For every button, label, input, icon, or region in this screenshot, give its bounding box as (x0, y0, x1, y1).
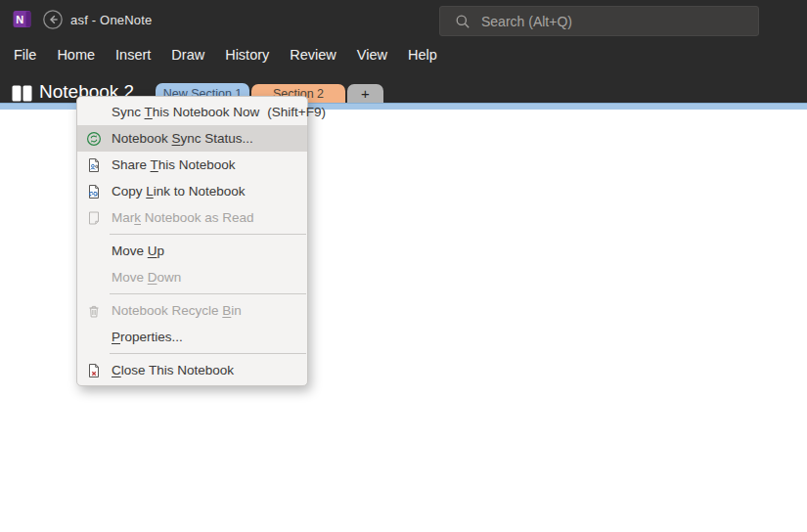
menu-item-label: Close This Notebook (112, 363, 234, 377)
menu-insert[interactable]: Insert (115, 47, 151, 63)
menu-separator (110, 353, 306, 354)
onenote-window: N asf - OneNote File Home Insert Draw Hi… (0, 0, 807, 532)
menu-item-label: Notebook Sync Status... (112, 131, 253, 146)
onenote-app-icon: N (13, 10, 31, 28)
mark-read-icon (86, 210, 102, 226)
menu-draw[interactable]: Draw (171, 47, 204, 63)
menu-item-move-down: Move Down (77, 264, 307, 290)
search-icon (455, 14, 471, 29)
menu-item-label: Move Up (112, 244, 164, 258)
menu-item-properties[interactable]: Properties... (77, 324, 307, 350)
menu-home[interactable]: Home (57, 47, 95, 63)
blank-icon (86, 105, 102, 120)
menu-item-sync-status[interactable]: Notebook Sync Status... (77, 125, 307, 152)
menu-review[interactable]: Review (290, 47, 336, 63)
menu-item-mark-read: Mark Notebook as Read (77, 204, 307, 231)
menu-item-label: Move Down (112, 270, 181, 285)
menu-item-label: Properties... (112, 330, 183, 344)
blank-icon (86, 244, 102, 259)
close-notebook-icon (86, 363, 102, 378)
svg-text:N: N (16, 14, 23, 25)
back-button[interactable] (42, 9, 64, 30)
menu-item-label: Sync This Notebook Now (112, 105, 259, 119)
menu-item-recycle-bin: Notebook Recycle Bin (77, 297, 307, 324)
menu-item-label: Mark Notebook as Read (112, 210, 254, 225)
title-bar: N asf - OneNote File Home Insert Draw Hi… (0, 0, 807, 103)
copy-link-icon (86, 184, 102, 200)
recycle-bin-icon (86, 303, 102, 319)
menu-help[interactable]: Help (408, 47, 437, 63)
menu-item-shortcut: (Shift+F9) (267, 105, 326, 119)
menu-file[interactable]: File (14, 47, 36, 63)
search-bar[interactable] (439, 6, 759, 36)
menu-item-close-notebook[interactable]: Close This Notebook (77, 357, 307, 383)
menu-item-copy-link[interactable]: Copy Link to Notebook (77, 178, 307, 204)
add-section-tab[interactable]: + (347, 84, 383, 103)
notebook-context-menu: Sync This Notebook Now (Shift+F9) Notebo… (76, 96, 308, 386)
share-notebook-icon (86, 157, 102, 173)
search-input[interactable] (479, 13, 738, 30)
menu-separator (110, 293, 306, 294)
blank-icon (86, 330, 102, 345)
menu-item-label: Copy Link to Notebook (112, 184, 246, 199)
menu-item-label: Notebook Recycle Bin (112, 303, 242, 318)
menu-item-sync-now[interactable]: Sync This Notebook Now (Shift+F9) (77, 99, 307, 125)
blank-icon (86, 270, 102, 286)
ribbon-menubar: File Home Insert Draw History Review Vie… (14, 47, 437, 63)
menu-history[interactable]: History (225, 47, 269, 63)
window-title: asf - OneNote (70, 13, 153, 27)
menu-view[interactable]: View (357, 47, 387, 63)
menu-separator (110, 234, 306, 235)
sync-status-icon (86, 131, 102, 147)
menu-item-share-notebook[interactable]: Share This Notebook (77, 152, 307, 178)
menu-item-label: Share This Notebook (112, 157, 236, 172)
menu-item-move-up[interactable]: Move Up (77, 238, 307, 264)
